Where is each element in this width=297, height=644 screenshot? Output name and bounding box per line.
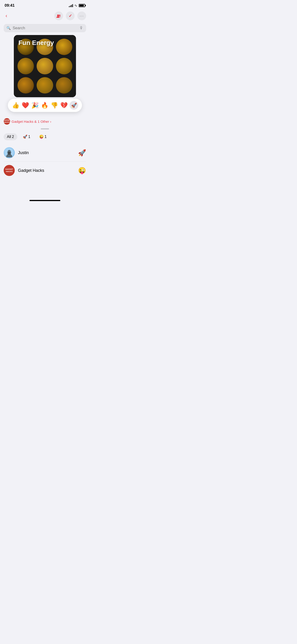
filter-rocket-emoji: 🚀 [23, 134, 28, 139]
reaction-brokenheart[interactable]: 💔 [60, 101, 68, 110]
table-row: GADGETHACKS Gadget Hacks 😜 [4, 162, 86, 179]
signal-icon [69, 4, 73, 7]
status-bar: 09:41 ∿ [0, 0, 90, 10]
filter-rocket-count: 1 [28, 135, 30, 139]
filter-tab-all[interactable]: All 2 [4, 133, 17, 140]
reactor-left-gadget: GADGETHACKS Gadget Hacks [4, 165, 44, 176]
svg-rect-6 [7, 152, 11, 153]
search-icon: 🔍 [6, 26, 11, 30]
status-time: 09:41 [4, 3, 14, 8]
filter-all-count: 2 [12, 135, 14, 139]
status-icons: ∿ [69, 4, 85, 8]
table-row: Justin 🚀 [4, 144, 86, 162]
album-title: Fun Energy [18, 39, 54, 46]
reaction-more-button[interactable]: 🚀 [70, 101, 78, 110]
chevron-right-icon: › [50, 120, 51, 124]
avatar [4, 147, 15, 158]
reaction-thumbsdown[interactable]: 👎 [50, 101, 58, 110]
filter-tabs: All 2 🚀 1 😜 1 [0, 133, 90, 144]
album-artwork: Fun Energy [14, 35, 76, 97]
svg-point-0 [57, 14, 59, 16]
wifi-icon: ∿ [74, 4, 77, 8]
avatar: GADGETHACKS [4, 165, 15, 176]
reactions-info-text[interactable]: Gadget Hacks & 1 Other › [12, 120, 51, 124]
group-button[interactable] [54, 12, 63, 20]
nav-bar: ‹ ✓ ··· [0, 10, 90, 22]
reactor-name-gadget: Gadget Hacks [18, 168, 44, 173]
reaction-fire[interactable]: 🔥 [40, 101, 49, 110]
filter-tongue-emoji: 😜 [39, 134, 44, 139]
sender-avatar-small: GADGETHACKS [4, 118, 10, 124]
reactions-info: GADGETHACKS Gadget Hacks & 1 Other › [4, 118, 86, 124]
search-bar: 🔍 🎙 [4, 24, 86, 32]
reactor-emoji-gadget: 😜 [78, 167, 86, 174]
more-button[interactable]: ··· [77, 12, 86, 20]
nav-actions: ✓ ··· [54, 12, 86, 20]
home-indicator [30, 200, 60, 201]
reactor-left-justin: Justin [4, 147, 29, 158]
checkmark-button[interactable]: ✓ [66, 12, 74, 20]
reaction-bar: 👍 ❤️ 🎉 🔥 👎 💔 🚀 [8, 98, 82, 112]
battery-icon [79, 4, 85, 7]
bottom-sheet: All 2 🚀 1 😜 1 [0, 128, 90, 188]
svg-rect-5 [8, 153, 11, 154]
reaction-thumbsup[interactable]: 👍 [12, 101, 20, 110]
back-button[interactable]: ‹ [4, 12, 9, 20]
rocket-icon: 🚀 [71, 102, 77, 108]
reactor-name-justin: Justin [18, 150, 29, 155]
filter-all-label: All [7, 135, 11, 139]
search-input[interactable] [13, 26, 78, 30]
filter-tab-tongue[interactable]: 😜 1 [36, 133, 50, 140]
reaction-heart[interactable]: ❤️ [21, 101, 30, 110]
reaction-party[interactable]: 🎉 [31, 101, 39, 110]
sheet-handle [41, 128, 49, 130]
reactor-list: Justin 🚀 GADGETHACKS Gadget Hacks 😜 [0, 144, 90, 179]
filter-tongue-count: 1 [45, 135, 47, 139]
reactor-emoji-justin: 🚀 [78, 149, 86, 156]
mic-icon[interactable]: 🎙 [80, 26, 83, 30]
filter-tab-rocket[interactable]: 🚀 1 [20, 133, 34, 140]
